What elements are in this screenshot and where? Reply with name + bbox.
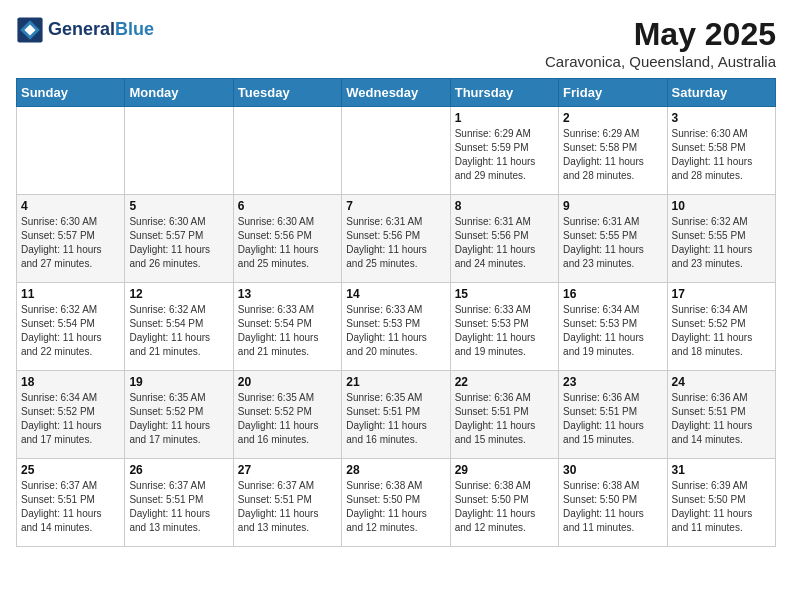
calendar-week-row: 18Sunrise: 6:34 AM Sunset: 5:52 PM Dayli… — [17, 371, 776, 459]
logo: GeneralBlue — [16, 16, 154, 44]
calendar-cell: 5Sunrise: 6:30 AM Sunset: 5:57 PM Daylig… — [125, 195, 233, 283]
day-number: 17 — [672, 287, 771, 301]
day-info: Sunrise: 6:37 AM Sunset: 5:51 PM Dayligh… — [129, 479, 228, 535]
day-number: 10 — [672, 199, 771, 213]
day-number: 23 — [563, 375, 662, 389]
day-info: Sunrise: 6:37 AM Sunset: 5:51 PM Dayligh… — [21, 479, 120, 535]
day-info: Sunrise: 6:36 AM Sunset: 5:51 PM Dayligh… — [672, 391, 771, 447]
calendar-cell: 10Sunrise: 6:32 AM Sunset: 5:55 PM Dayli… — [667, 195, 775, 283]
title-block: May 2025 Caravonica, Queensland, Austral… — [545, 16, 776, 70]
day-info: Sunrise: 6:31 AM Sunset: 5:56 PM Dayligh… — [346, 215, 445, 271]
calendar-cell: 22Sunrise: 6:36 AM Sunset: 5:51 PM Dayli… — [450, 371, 558, 459]
day-info: Sunrise: 6:30 AM Sunset: 5:56 PM Dayligh… — [238, 215, 337, 271]
day-info: Sunrise: 6:30 AM Sunset: 5:57 PM Dayligh… — [129, 215, 228, 271]
day-info: Sunrise: 6:31 AM Sunset: 5:56 PM Dayligh… — [455, 215, 554, 271]
day-number: 29 — [455, 463, 554, 477]
day-of-week-header: Saturday — [667, 79, 775, 107]
calendar-cell: 30Sunrise: 6:38 AM Sunset: 5:50 PM Dayli… — [559, 459, 667, 547]
calendar-header-row: SundayMondayTuesdayWednesdayThursdayFrid… — [17, 79, 776, 107]
calendar-cell: 9Sunrise: 6:31 AM Sunset: 5:55 PM Daylig… — [559, 195, 667, 283]
day-info: Sunrise: 6:35 AM Sunset: 5:52 PM Dayligh… — [238, 391, 337, 447]
day-number: 21 — [346, 375, 445, 389]
calendar-cell — [233, 107, 341, 195]
day-number: 27 — [238, 463, 337, 477]
day-info: Sunrise: 6:33 AM Sunset: 5:53 PM Dayligh… — [346, 303, 445, 359]
calendar-cell: 31Sunrise: 6:39 AM Sunset: 5:50 PM Dayli… — [667, 459, 775, 547]
day-number: 30 — [563, 463, 662, 477]
day-number: 16 — [563, 287, 662, 301]
calendar-cell: 24Sunrise: 6:36 AM Sunset: 5:51 PM Dayli… — [667, 371, 775, 459]
day-number: 4 — [21, 199, 120, 213]
logo-text: GeneralBlue — [48, 20, 154, 40]
day-info: Sunrise: 6:34 AM Sunset: 5:53 PM Dayligh… — [563, 303, 662, 359]
day-number: 25 — [21, 463, 120, 477]
calendar-week-row: 1Sunrise: 6:29 AM Sunset: 5:59 PM Daylig… — [17, 107, 776, 195]
calendar-cell — [125, 107, 233, 195]
day-number: 22 — [455, 375, 554, 389]
day-info: Sunrise: 6:35 AM Sunset: 5:51 PM Dayligh… — [346, 391, 445, 447]
calendar-cell — [342, 107, 450, 195]
day-number: 12 — [129, 287, 228, 301]
calendar-cell: 23Sunrise: 6:36 AM Sunset: 5:51 PM Dayli… — [559, 371, 667, 459]
calendar-cell: 21Sunrise: 6:35 AM Sunset: 5:51 PM Dayli… — [342, 371, 450, 459]
day-number: 18 — [21, 375, 120, 389]
day-info: Sunrise: 6:30 AM Sunset: 5:57 PM Dayligh… — [21, 215, 120, 271]
day-info: Sunrise: 6:32 AM Sunset: 5:54 PM Dayligh… — [129, 303, 228, 359]
calendar-cell: 12Sunrise: 6:32 AM Sunset: 5:54 PM Dayli… — [125, 283, 233, 371]
logo-general: General — [48, 19, 115, 39]
day-number: 2 — [563, 111, 662, 125]
day-number: 9 — [563, 199, 662, 213]
calendar-cell: 17Sunrise: 6:34 AM Sunset: 5:52 PM Dayli… — [667, 283, 775, 371]
calendar-cell: 15Sunrise: 6:33 AM Sunset: 5:53 PM Dayli… — [450, 283, 558, 371]
day-info: Sunrise: 6:34 AM Sunset: 5:52 PM Dayligh… — [21, 391, 120, 447]
day-info: Sunrise: 6:33 AM Sunset: 5:54 PM Dayligh… — [238, 303, 337, 359]
day-info: Sunrise: 6:30 AM Sunset: 5:58 PM Dayligh… — [672, 127, 771, 183]
day-of-week-header: Tuesday — [233, 79, 341, 107]
day-info: Sunrise: 6:34 AM Sunset: 5:52 PM Dayligh… — [672, 303, 771, 359]
calendar-cell: 18Sunrise: 6:34 AM Sunset: 5:52 PM Dayli… — [17, 371, 125, 459]
day-number: 24 — [672, 375, 771, 389]
calendar-cell: 26Sunrise: 6:37 AM Sunset: 5:51 PM Dayli… — [125, 459, 233, 547]
logo-blue: Blue — [115, 19, 154, 39]
day-number: 13 — [238, 287, 337, 301]
day-of-week-header: Wednesday — [342, 79, 450, 107]
day-info: Sunrise: 6:36 AM Sunset: 5:51 PM Dayligh… — [563, 391, 662, 447]
day-info: Sunrise: 6:35 AM Sunset: 5:52 PM Dayligh… — [129, 391, 228, 447]
day-info: Sunrise: 6:38 AM Sunset: 5:50 PM Dayligh… — [563, 479, 662, 535]
day-number: 28 — [346, 463, 445, 477]
day-info: Sunrise: 6:32 AM Sunset: 5:54 PM Dayligh… — [21, 303, 120, 359]
day-info: Sunrise: 6:36 AM Sunset: 5:51 PM Dayligh… — [455, 391, 554, 447]
day-number: 15 — [455, 287, 554, 301]
calendar-cell: 3Sunrise: 6:30 AM Sunset: 5:58 PM Daylig… — [667, 107, 775, 195]
calendar-cell: 29Sunrise: 6:38 AM Sunset: 5:50 PM Dayli… — [450, 459, 558, 547]
day-number: 6 — [238, 199, 337, 213]
calendar-cell: 8Sunrise: 6:31 AM Sunset: 5:56 PM Daylig… — [450, 195, 558, 283]
day-number: 8 — [455, 199, 554, 213]
calendar-cell: 28Sunrise: 6:38 AM Sunset: 5:50 PM Dayli… — [342, 459, 450, 547]
calendar-cell: 13Sunrise: 6:33 AM Sunset: 5:54 PM Dayli… — [233, 283, 341, 371]
calendar-week-row: 4Sunrise: 6:30 AM Sunset: 5:57 PM Daylig… — [17, 195, 776, 283]
day-number: 19 — [129, 375, 228, 389]
calendar-cell: 20Sunrise: 6:35 AM Sunset: 5:52 PM Dayli… — [233, 371, 341, 459]
day-info: Sunrise: 6:29 AM Sunset: 5:59 PM Dayligh… — [455, 127, 554, 183]
month-year: May 2025 — [545, 16, 776, 53]
calendar-week-row: 11Sunrise: 6:32 AM Sunset: 5:54 PM Dayli… — [17, 283, 776, 371]
day-number: 20 — [238, 375, 337, 389]
day-info: Sunrise: 6:37 AM Sunset: 5:51 PM Dayligh… — [238, 479, 337, 535]
day-info: Sunrise: 6:29 AM Sunset: 5:58 PM Dayligh… — [563, 127, 662, 183]
logo-icon — [16, 16, 44, 44]
calendar-table: SundayMondayTuesdayWednesdayThursdayFrid… — [16, 78, 776, 547]
day-of-week-header: Thursday — [450, 79, 558, 107]
calendar-cell: 11Sunrise: 6:32 AM Sunset: 5:54 PM Dayli… — [17, 283, 125, 371]
day-of-week-header: Sunday — [17, 79, 125, 107]
calendar-cell: 1Sunrise: 6:29 AM Sunset: 5:59 PM Daylig… — [450, 107, 558, 195]
day-info: Sunrise: 6:38 AM Sunset: 5:50 PM Dayligh… — [346, 479, 445, 535]
day-of-week-header: Monday — [125, 79, 233, 107]
calendar-cell: 7Sunrise: 6:31 AM Sunset: 5:56 PM Daylig… — [342, 195, 450, 283]
day-number: 11 — [21, 287, 120, 301]
day-of-week-header: Friday — [559, 79, 667, 107]
day-info: Sunrise: 6:32 AM Sunset: 5:55 PM Dayligh… — [672, 215, 771, 271]
day-number: 5 — [129, 199, 228, 213]
day-info: Sunrise: 6:31 AM Sunset: 5:55 PM Dayligh… — [563, 215, 662, 271]
day-number: 3 — [672, 111, 771, 125]
